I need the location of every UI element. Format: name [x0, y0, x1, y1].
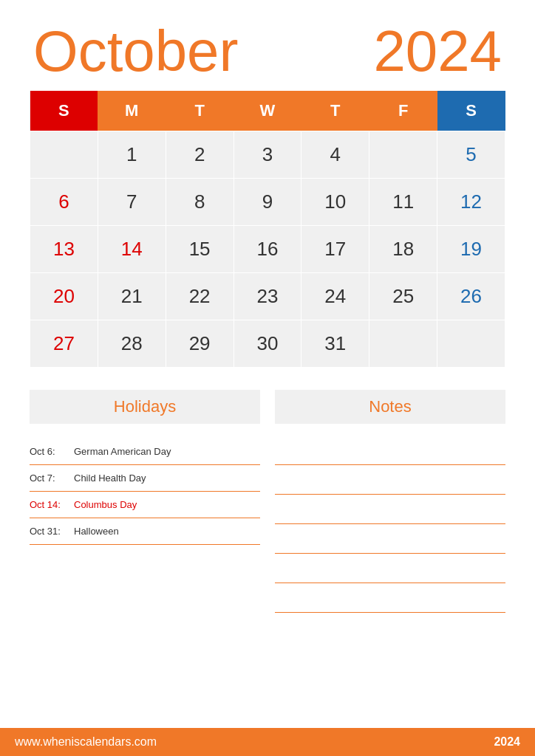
col-thursday: T	[301, 91, 369, 131]
notes-lines	[275, 439, 505, 616]
holiday-name: Child Health Day	[74, 472, 146, 484]
table-row: 20 21 22 23 24 25 26	[30, 273, 505, 320]
holiday-date: Oct 14:	[30, 499, 74, 510]
day-cell: 5	[437, 131, 505, 179]
day-cell: 27	[30, 320, 98, 368]
note-line[interactable]	[275, 498, 505, 524]
day-cell: 4	[301, 131, 369, 179]
day-cell: 19	[437, 226, 505, 273]
holiday-name: Halloween	[74, 526, 119, 537]
day-cell: 8	[166, 179, 234, 226]
calendar-table: S M T W T F S 1 2 3 4 5	[30, 91, 505, 368]
holiday-date: Oct 6:	[30, 446, 74, 457]
day-cell: 14	[98, 226, 166, 273]
day-cell: 25	[369, 273, 437, 320]
table-row: 6 7 8 9 10 11 12	[30, 179, 505, 226]
day-cell: 17	[301, 226, 369, 273]
day-cell: 15	[166, 226, 234, 273]
holiday-name: Columbus Day	[74, 499, 137, 510]
day-cell: 11	[369, 179, 437, 226]
day-cell: 9	[234, 179, 301, 226]
day-cell: 28	[98, 320, 166, 368]
list-item: Oct 31: Halloween	[30, 518, 260, 545]
day-cell	[30, 131, 98, 179]
day-cell: 16	[234, 226, 301, 273]
day-cell	[437, 320, 505, 368]
day-cell: 18	[369, 226, 437, 273]
day-cell: 10	[301, 179, 369, 226]
day-cell: 24	[301, 273, 369, 320]
note-line[interactable]	[275, 586, 505, 613]
note-line[interactable]	[275, 439, 505, 465]
day-cell: 6	[30, 179, 98, 226]
day-cell: 12	[437, 179, 505, 226]
calendar-header-row: S M T W T F S	[30, 91, 505, 131]
footer-url: www.wheniscalendars.com	[15, 735, 157, 749]
notes-section: Notes	[275, 390, 505, 713]
table-row: 27 28 29 30 31	[30, 320, 505, 368]
holidays-section: Holidays Oct 6: German American Day Oct …	[30, 390, 260, 713]
day-cell: 30	[234, 320, 301, 368]
day-cell: 2	[166, 131, 234, 179]
day-cell	[369, 131, 437, 179]
list-item: Oct 6: German American Day	[30, 439, 260, 465]
holidays-title: Holidays	[30, 390, 260, 424]
col-sunday: S	[30, 91, 98, 131]
list-item: Oct 7: Child Health Day	[30, 465, 260, 492]
day-cell: 1	[98, 131, 166, 179]
day-cell: 31	[301, 320, 369, 368]
table-row: 13 14 15 16 17 18 19	[30, 226, 505, 273]
day-cell: 13	[30, 226, 98, 273]
holiday-name: German American Day	[74, 446, 171, 457]
day-cell	[369, 320, 437, 368]
note-line[interactable]	[275, 527, 505, 554]
year-title: 2024	[373, 22, 502, 80]
col-saturday: S	[437, 91, 505, 131]
calendar-wrapper: S M T W T F S 1 2 3 4 5	[0, 91, 535, 368]
col-wednesday: W	[234, 91, 301, 131]
col-friday: F	[369, 91, 437, 131]
day-cell: 26	[437, 273, 505, 320]
day-cell: 21	[98, 273, 166, 320]
col-tuesday: T	[166, 91, 234, 131]
header: October 2024	[0, 0, 535, 91]
table-row: 1 2 3 4 5	[30, 131, 505, 179]
list-item: Oct 14: Columbus Day	[30, 492, 260, 518]
footer: www.wheniscalendars.com 2024	[0, 728, 535, 756]
calendar-page: October 2024 S M T W T F S 1	[0, 0, 535, 756]
holiday-date: Oct 31:	[30, 526, 74, 537]
day-cell: 22	[166, 273, 234, 320]
day-cell: 29	[166, 320, 234, 368]
day-cell: 20	[30, 273, 98, 320]
note-line[interactable]	[275, 468, 505, 495]
day-cell: 7	[98, 179, 166, 226]
notes-title: Notes	[275, 390, 505, 424]
bottom-section: Holidays Oct 6: German American Day Oct …	[0, 368, 535, 728]
footer-year: 2024	[494, 735, 520, 749]
holiday-date: Oct 7:	[30, 472, 74, 484]
day-cell: 23	[234, 273, 301, 320]
col-monday: M	[98, 91, 166, 131]
month-title: October	[33, 22, 238, 80]
day-cell: 3	[234, 131, 301, 179]
note-line[interactable]	[275, 557, 505, 583]
calendar-body: 1 2 3 4 5 6 7 8 9 10 11 12	[30, 131, 505, 368]
